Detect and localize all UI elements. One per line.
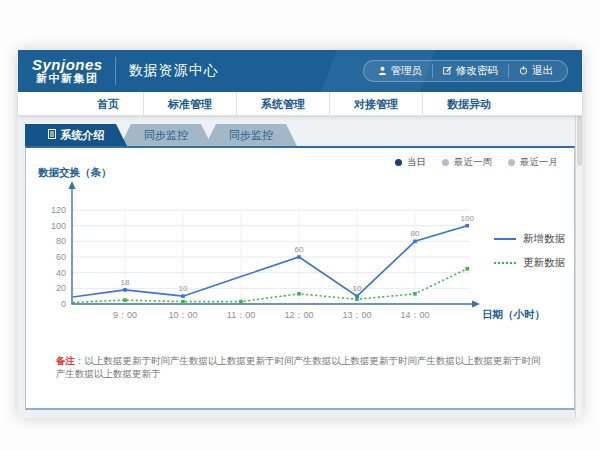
y-tick-label: 120: [51, 205, 66, 215]
data-point-label: 10: [353, 284, 362, 293]
data-point-label: 10: [179, 284, 188, 293]
data-point: [355, 294, 359, 298]
nav-item-interface-mgmt[interactable]: 对接管理: [329, 92, 422, 116]
data-point: [297, 255, 301, 259]
edit-icon: [443, 65, 452, 77]
user-menu: 管理员 修改密码 退出: [363, 60, 569, 82]
data-point: [123, 288, 127, 292]
legend-new-data: 新增数据: [494, 232, 565, 246]
data-point: [181, 300, 185, 304]
y-tick-label: 0: [61, 299, 66, 309]
x-tick-label: 12：00: [284, 310, 313, 320]
legend-updated-data: 更新数据: [494, 256, 565, 270]
tab-label: 同步监控: [229, 128, 273, 143]
chart-panel: 当日 最近一周 最近一月 0204060801001209：0010：0011：…: [25, 146, 575, 410]
x-tick-label: 11：00: [227, 310, 255, 320]
y-axis-title: 数据交换（条）: [37, 166, 112, 179]
page-title: 数据资源中心: [116, 62, 219, 80]
radio-label: 当日: [407, 156, 426, 169]
x-tick-label: 9：00: [113, 310, 137, 320]
radio-today[interactable]: 当日: [395, 156, 426, 169]
x-tick-label: 10：00: [168, 310, 197, 320]
data-point: [413, 292, 417, 296]
tab-sync-monitor-1[interactable]: 同步监控: [120, 124, 212, 146]
data-point-label: 100: [461, 214, 475, 223]
legend-label: 新增数据: [523, 232, 565, 246]
radio-last-week[interactable]: 最近一周: [442, 156, 492, 169]
radio-dot-icon: [442, 159, 449, 166]
data-point: [465, 224, 469, 228]
x-axis-title: 日期（小时）: [482, 308, 545, 321]
x-tick-label: 13：00: [342, 310, 371, 320]
logo: Synjones 新中新集团: [18, 57, 116, 85]
y-tick-label: 20: [56, 283, 66, 293]
data-point-label: 60: [295, 245, 304, 254]
tab-sync-monitor-2[interactable]: 同步监控: [205, 124, 297, 146]
document-icon: [48, 129, 56, 141]
page: Synjones 新中新集团 数据资源中心 管理员 修改密码 退出: [0, 0, 600, 450]
x-tick-label: 14：00: [400, 310, 429, 320]
legend-line-sample: [494, 238, 516, 240]
data-point: [123, 298, 127, 302]
time-range-filter: 当日 最近一周 最近一月: [395, 156, 558, 169]
content-area: 系统介绍 同步监控 同步监控 当日 最近一周: [18, 116, 582, 418]
change-password-label: 修改密码: [456, 64, 498, 78]
y-tick-label: 60: [56, 252, 66, 262]
main-nav: 首页 标准管理 系统管理 对接管理 数据异动: [18, 92, 582, 116]
radio-label: 最近一月: [520, 156, 558, 169]
y-tick-label: 40: [56, 268, 66, 278]
data-point: [297, 292, 301, 296]
app-window: Synjones 新中新集团 数据资源中心 管理员 修改密码 退出: [18, 50, 582, 418]
user-label: 管理员: [391, 64, 423, 78]
data-point: [465, 267, 469, 271]
power-icon: [519, 65, 528, 77]
user-button[interactable]: 管理员: [368, 64, 433, 78]
logo-subtext: 新中新集团: [32, 72, 103, 85]
data-point-label: 18: [121, 278, 130, 287]
tab-bar: 系统介绍 同步监控 同步监控: [25, 124, 582, 146]
x-axis-arrow-icon: [472, 300, 480, 307]
change-password-button[interactable]: 修改密码: [432, 64, 508, 78]
logout-label: 退出: [532, 64, 553, 78]
y-tick-label: 100: [51, 221, 66, 231]
y-axis-arrow-icon: [68, 181, 75, 189]
data-point-label: 80: [411, 229, 420, 238]
tab-label: 系统介绍: [61, 128, 105, 143]
app-header: Synjones 新中新集团 数据资源中心 管理员 修改密码 退出: [18, 50, 582, 92]
series-line-更新数据: [73, 269, 467, 303]
radio-last-month[interactable]: 最近一月: [508, 156, 558, 169]
footnote: 备注：以上数据更新于时间产生数据以上数据更新于时间产生数据以上数据更新于时间产生…: [56, 354, 548, 380]
tab-system-intro[interactable]: 系统介绍: [25, 124, 127, 146]
data-point: [355, 298, 359, 302]
radio-dot-icon: [508, 159, 515, 166]
radio-label: 最近一周: [454, 156, 492, 169]
nav-item-standard-mgmt[interactable]: 标准管理: [143, 92, 236, 116]
line-chart: 0204060801001209：0010：0011：0012：0013：001…: [26, 148, 574, 348]
legend-label: 更新数据: [523, 256, 565, 270]
chart-legend: 新增数据 更新数据: [494, 232, 565, 270]
logo-text: Synjones: [32, 57, 103, 72]
nav-item-home[interactable]: 首页: [73, 92, 143, 116]
data-point: [181, 294, 185, 298]
user-icon: [378, 65, 387, 77]
radio-dot-icon: [395, 159, 402, 166]
nav-item-data-change[interactable]: 数据异动: [422, 92, 515, 116]
legend-line-sample: [494, 262, 516, 264]
footnote-text: ：以上数据更新于时间产生数据以上数据更新于时间产生数据以上数据更新于时间产生数据…: [56, 355, 541, 379]
logout-button[interactable]: 退出: [508, 64, 563, 78]
data-point: [239, 300, 243, 304]
series-line-新增数据: [73, 226, 467, 297]
data-point: [413, 240, 417, 244]
footnote-prefix: 备注: [56, 355, 75, 366]
axis-lines: [72, 188, 474, 304]
tab-label: 同步监控: [144, 128, 188, 143]
y-tick-label: 80: [56, 236, 66, 246]
nav-item-system-mgmt[interactable]: 系统管理: [236, 92, 329, 116]
